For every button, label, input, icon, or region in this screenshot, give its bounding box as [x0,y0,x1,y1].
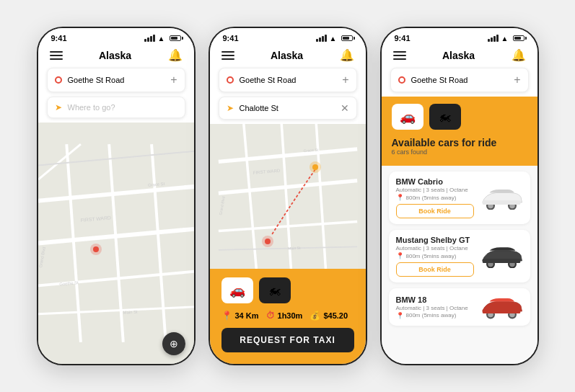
car-tab-3[interactable]: 🚗 [392,104,423,130]
bike-tab-3[interactable]: 🏍 [429,104,461,130]
bike-tab-2[interactable]: 🏍 [259,277,291,303]
distance-info: 📍 34 Km [221,311,259,321]
from-pin-2 [227,76,234,84]
location-icon-trip: 📍 [221,311,232,321]
car-image-0 [480,185,523,211]
status-bar-1: 9:41 ▲ [38,28,194,45]
wifi-icon-2: ▲ [330,35,337,43]
trip-distance: 34 Km [235,311,259,320]
signal-icon-2 [316,35,327,42]
header-2: Alaska 🔔 [210,45,366,68]
status-icons-3: ▲ [488,35,524,43]
svg-rect-36 [482,259,520,263]
trip-info-2: 📍 34 Km ⏱ 1h30m 💰 $45.20 [221,311,354,321]
add-btn-3[interactable]: + [514,74,520,86]
car-tab-2[interactable]: 🚗 [221,277,253,303]
phone-2: 9:41 ▲ Alaska 🔔 [209,27,367,365]
from-text-1: Goethe St Road [68,76,125,84]
search-to-2[interactable]: ➤ Chalotte St ✕ [219,97,357,120]
car-specs-1: Automatic | 3 seats | Octane [396,245,474,251]
trip-time: 1h30m [278,311,303,320]
car-specs-0: Automatic | 3 seats | Octane [396,187,474,193]
status-icons-2: ▲ [316,35,353,43]
search-from-1[interactable]: Goethe St Road + [47,68,185,92]
bottom-panel-2: 🚗 🏍 📍 34 Km ⏱ 1h30m 💰 $45.20 REQUEST FOR… [210,269,366,364]
clock-icon-trip: ⏱ [266,311,275,321]
status-time-1: 9:41 [51,34,67,43]
car-info-1: Mustang Shelby GT Automatic | 3 seats | … [396,236,474,277]
status-time-3: 9:41 [395,34,411,43]
car-name-0: BMW Cabrio [396,177,474,186]
car-info-2: BMW 18 Automatic | 3 seats | Octane 📍 80… [396,295,474,319]
svg-rect-41 [482,309,520,313]
header-title-2: Alaska [271,50,303,61]
money-icon-trip: 💰 [310,311,320,321]
car-image-2 [480,294,523,320]
map-2: FIRST WARD Grand Blvd Main St Grace St [210,124,366,269]
add-btn-2[interactable]: + [342,74,348,86]
menu-icon-3[interactable] [393,51,406,60]
to-arrow-2: ➤ [227,103,234,113]
menu-icon-2[interactable] [221,51,234,60]
header-3: Alaska 🔔 [382,45,537,68]
available-subtitle-3: 6 cars found [392,148,527,156]
phone-3: 9:41 ▲ Alaska 🔔 [380,27,539,365]
header-title-1: Alaska [99,50,131,61]
from-text-2: Goethe St Road [240,76,297,84]
search-from-3[interactable]: Goethe St Road + [390,68,529,92]
bell-icon-2[interactable]: 🔔 [340,48,354,62]
status-icons-1: ▲ [144,35,181,43]
menu-icon-1[interactable] [50,51,63,60]
vehicle-tabs-3: 🚗 🏍 [392,104,527,130]
search-to-1[interactable]: ➤ Where to go? [47,97,185,118]
map-1: FIRST WARD Goethe St Main St Grand Blvd … [38,122,194,364]
from-pin-1 [55,76,62,84]
book-btn-0[interactable]: Book Ride [396,204,474,218]
to-arrow-1: ➤ [55,102,62,112]
time-info: ⏱ 1h30m [266,311,303,321]
pin-icon-0: 📍 [396,194,404,201]
request-taxi-button[interactable]: REQUEST FOR TAXI [221,328,354,352]
car-card-0: BMW Cabrio Automatic | 3 seats | Octane … [389,172,530,224]
location-btn-1[interactable]: ⊕ [162,332,185,355]
battery-icon-2 [341,35,353,41]
phone-1: 9:41 ▲ Alaska 🔔 [37,27,196,365]
signal-icon-1 [144,35,155,42]
price-info: 💰 $45.20 [310,311,348,321]
to-text-2: Chalotte St [240,104,278,112]
status-time-2: 9:41 [223,34,239,43]
clear-btn-2[interactable]: ✕ [341,102,349,114]
phones-container: 9:41 ▲ Alaska 🔔 [22,12,553,380]
car-card-2: BMW 18 Automatic | 3 seats | Octane 📍 80… [389,288,530,326]
end-location-2 [310,161,321,173]
wifi-icon-3: ▲ [501,35,509,43]
book-btn-1[interactable]: Book Ride [396,262,474,277]
search-from-2[interactable]: Goethe St Road + [219,68,357,92]
car-distance-2: 📍 800m (5mins away) [396,312,474,319]
car-name-2: BMW 18 [396,295,474,304]
signal-icon-3 [488,35,499,42]
from-pin-3 [398,76,405,84]
available-header-3: 🚗 🏍 Available cars for ride 6 cars found [382,97,537,166]
battery-icon-3 [513,35,524,41]
car-name-1: Mustang Shelby GT [396,236,474,244]
bell-icon-1[interactable]: 🔔 [168,48,183,62]
header-1: Alaska 🔔 [38,45,194,68]
svg-text:Main St: Main St [287,246,301,251]
car-specs-2: Automatic | 3 seats | Octane [396,305,474,311]
wifi-icon-1: ▲ [158,35,165,43]
available-title-3: Available cars for ride [392,137,527,148]
status-bar-3: 9:41 ▲ [382,28,537,45]
add-btn-1[interactable]: + [170,74,177,86]
svg-text:Main St: Main St [123,310,138,315]
svg-rect-31 [482,200,520,205]
to-text-1: Where to go? [68,103,115,112]
battery-icon-1 [170,35,181,41]
bell-icon-3[interactable]: 🔔 [512,48,526,62]
start-location-2 [262,236,273,247]
pin-icon-1: 📍 [396,252,404,259]
car-distance-0: 📍 800m (5mins away) [396,194,474,201]
header-title-3: Alaska [442,50,475,61]
current-location-1 [90,244,102,255]
car-info-0: BMW Cabrio Automatic | 3 seats | Octane … [396,177,474,218]
